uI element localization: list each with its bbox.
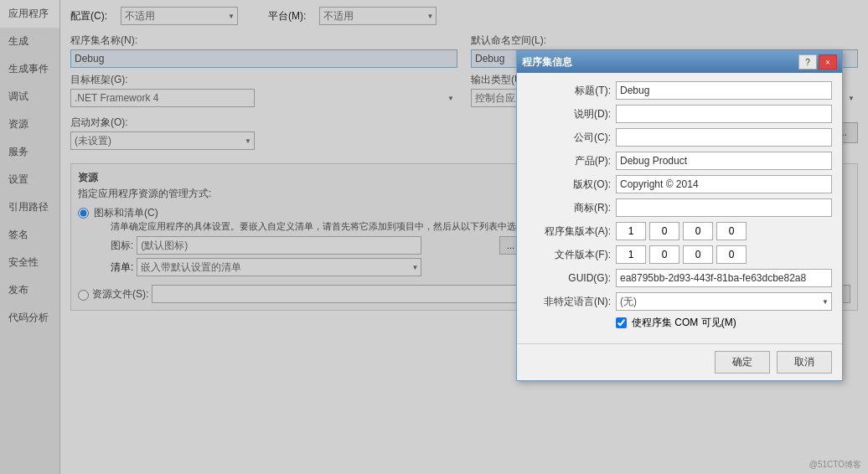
assembly-ver-2[interactable] <box>649 222 679 240</box>
dialog-copyright-input[interactable] <box>616 175 832 193</box>
dialog-title-row: 标题(T): <box>527 81 832 100</box>
dialog-desc-row: 说明(D): <box>527 105 832 123</box>
dialog-close-button[interactable]: × <box>819 54 837 70</box>
dialog-copyright-label: 版权(O): <box>527 178 611 192</box>
dialog-ok-button[interactable]: 确定 <box>715 351 770 374</box>
dialog-product-label: 产品(P): <box>527 154 611 168</box>
dialog-desc-input[interactable] <box>616 105 832 123</box>
watermark: @51CTO博客 <box>809 459 861 471</box>
dialog-lang-label: 非特定语言(N): <box>527 295 611 309</box>
com-visible-checkbox[interactable] <box>616 317 627 328</box>
assembly-ver-4[interactable] <box>716 222 747 240</box>
dialog-lang-select-wrap: (无) <box>616 292 832 311</box>
dialog-controls: ? × <box>798 54 837 70</box>
assembly-ver-3[interactable] <box>683 222 713 240</box>
assembly-info-dialog: 程序集信息 ? × 标题(T): 说明(D): 公司(C): <box>516 50 843 381</box>
file-ver-4[interactable] <box>716 245 747 264</box>
dialog-footer: 确定 取消 <box>517 343 842 380</box>
dialog-assembly-ver-row: 程序集版本(A): <box>527 222 832 240</box>
dialog-trademark-input[interactable] <box>616 198 832 217</box>
dialog-lang-row: 非特定语言(N): (无) <box>527 292 832 311</box>
dialog-guid-label: GUID(G): <box>527 272 611 284</box>
dialog-company-row: 公司(C): <box>527 128 832 147</box>
dialog-product-row: 产品(P): <box>527 152 832 170</box>
dialog-file-ver-label: 文件版本(F): <box>527 248 611 262</box>
dialog-lang-select[interactable]: (无) <box>616 292 832 311</box>
com-visible-label: 使程序集 COM 可见(M) <box>632 316 736 330</box>
dialog-title: 程序集信息 <box>522 55 572 70</box>
file-ver-2[interactable] <box>649 245 679 264</box>
dialog-desc-label: 说明(D): <box>527 107 611 121</box>
modal-overlay: 程序集信息 ? × 标题(T): 说明(D): 公司(C): <box>0 0 868 474</box>
dialog-assembly-ver-label: 程序集版本(A): <box>527 224 611 239</box>
dialog-title-input[interactable] <box>616 81 832 100</box>
dialog-guid-row: GUID(G): <box>527 269 832 287</box>
assembly-version-inputs <box>616 222 832 240</box>
dialog-content: 标题(T): 说明(D): 公司(C): 产品(P): 版权(O): <box>517 73 842 343</box>
dialog-trademark-row: 商标(R): <box>527 198 832 217</box>
dialog-company-input[interactable] <box>616 128 832 147</box>
file-ver-3[interactable] <box>683 245 713 264</box>
dialog-company-label: 公司(C): <box>527 131 611 145</box>
file-version-inputs <box>616 245 832 264</box>
dialog-file-ver-row: 文件版本(F): <box>527 245 832 264</box>
dialog-trademark-label: 商标(R): <box>527 201 611 215</box>
dialog-product-input[interactable] <box>616 152 832 170</box>
com-visible-row: 使程序集 COM 可见(M) <box>616 316 832 330</box>
dialog-help-button[interactable]: ? <box>798 54 817 70</box>
dialog-cancel-button[interactable]: 取消 <box>777 351 832 374</box>
dialog-copyright-row: 版权(O): <box>527 175 832 193</box>
dialog-title-label: 标题(T): <box>527 84 611 98</box>
dialog-titlebar: 程序集信息 ? × <box>517 51 842 73</box>
dialog-guid-input[interactable] <box>616 269 832 287</box>
assembly-ver-1[interactable] <box>616 222 646 240</box>
file-ver-1[interactable] <box>616 245 646 264</box>
